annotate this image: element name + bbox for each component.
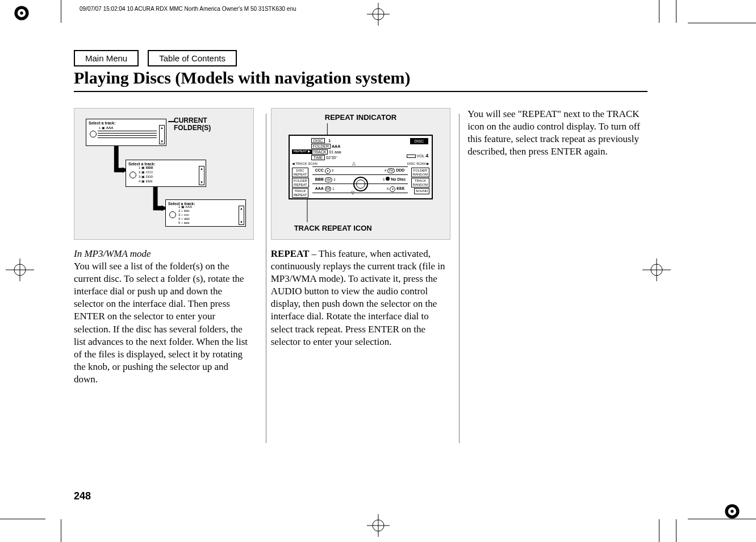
table-of-contents-button[interactable]: Table of Contents bbox=[148, 50, 237, 66]
disc-icon bbox=[90, 131, 97, 137]
crop-mark bbox=[688, 23, 756, 23]
figure2-bottom-label: TRACK REPEAT ICON bbox=[294, 224, 372, 234]
svg-point-5 bbox=[730, 510, 733, 512]
column-1: CURRENT FOLDER(S) Select a track: 1 ▣ AA… bbox=[74, 108, 254, 386]
crop-mark bbox=[676, 0, 676, 23]
disc-icon bbox=[130, 172, 136, 178]
row1-right: DDD bbox=[396, 168, 404, 172]
scrollbar-icon: ▲ ▼ bbox=[239, 206, 244, 225]
col3-body: You will see "REPEAT" next to the TRACK … bbox=[467, 108, 648, 158]
figure-caption: CURRENT FOLDER(S) bbox=[174, 117, 211, 132]
crop-mark bbox=[688, 519, 756, 519]
track-scan-right: DISC SCAN ▶ bbox=[407, 162, 429, 166]
scrollbar-icon: ▲ ▼ bbox=[159, 125, 165, 144]
track-val: 01 aaa bbox=[329, 150, 341, 154]
repeat-dash: – bbox=[309, 248, 319, 259]
row3-left: AAA bbox=[315, 186, 324, 190]
col2-body: REPEAT – This feature, when activated, c… bbox=[271, 248, 451, 348]
n3: 3 bbox=[332, 169, 333, 172]
folder-box-2: Select a track: 1 ▣ BBB 2 ▣ CCC 3 ▣ DDD … bbox=[126, 160, 206, 187]
folder-repeat-button: FOLDER REPEAT bbox=[292, 178, 309, 187]
col1-body: You will see a list of the folder(s) on … bbox=[74, 260, 254, 386]
main-menu-button[interactable]: Main Menu bbox=[74, 50, 139, 66]
folder-box-1: Select a track: 1 ▣ AAA ▲ ▼ bbox=[86, 119, 166, 146]
row1-left: CCC bbox=[315, 168, 324, 172]
folder-label: FOLDER bbox=[311, 144, 331, 149]
n6: 6 bbox=[387, 187, 389, 190]
nav-button-row: Main Menu Table of Contents bbox=[74, 50, 237, 66]
time-val: 02'35" bbox=[326, 156, 337, 160]
audio-screen: DISC 1 FOLDER AAA REPEAT ▶ TRACK 01 aaa … bbox=[289, 135, 433, 199]
page-title: Playing Discs (Models with navigation sy… bbox=[74, 68, 411, 87]
svg-point-2 bbox=[20, 11, 23, 14]
toc-label: Table of Contents bbox=[159, 53, 225, 63]
page-number: 248 bbox=[74, 490, 91, 502]
row2-left: BBB bbox=[315, 177, 324, 181]
n1: 1 bbox=[332, 187, 334, 190]
track-label: TRACK bbox=[311, 149, 328, 155]
col2-text: This feature, when activated, continuous… bbox=[271, 248, 445, 347]
row2-right: No Disc bbox=[391, 177, 406, 181]
column-2: REPEAT INDICATOR DISC 1 FOLDER AA bbox=[271, 108, 451, 386]
vol-num: 4 bbox=[425, 153, 428, 159]
disc-badge: DISC bbox=[410, 138, 429, 144]
track-random-button: TRACK RANDOM bbox=[411, 178, 430, 187]
n4: 4 bbox=[385, 169, 386, 172]
crop-mark bbox=[659, 519, 659, 542]
folder-box-3: Select a track: 1 ▣ AAA 2 ♪ bbb 3 ♪ ccc … bbox=[165, 199, 246, 227]
down-triangle-icon: ▽ bbox=[351, 190, 354, 196]
select-track-label: Select a track: bbox=[89, 120, 115, 126]
crop-mark bbox=[61, 519, 61, 542]
column-3: You will see "REPEAT" next to the TRACK … bbox=[467, 108, 648, 386]
dial-icon bbox=[353, 177, 368, 191]
crop-mark bbox=[676, 519, 676, 542]
disc-num: 1 bbox=[328, 139, 331, 143]
time-label: TIME bbox=[311, 155, 325, 160]
disc-icon bbox=[169, 211, 176, 218]
mp3-wma-subhead: In MP3/WMA mode bbox=[74, 248, 254, 260]
crop-mark bbox=[61, 0, 61, 23]
folder-val: AAA bbox=[332, 144, 340, 148]
track-scan-left: ◀ TRACK SCAN bbox=[292, 162, 318, 166]
sound-button: SOUND bbox=[414, 188, 430, 194]
content-columns: CURRENT FOLDER(S) Select a track: 1 ▣ AA… bbox=[74, 108, 648, 386]
target-icon bbox=[367, 514, 390, 539]
target-icon bbox=[367, 3, 390, 28]
row3-right: EEE bbox=[396, 186, 404, 190]
repeat-tag: REPEAT ▶ bbox=[292, 149, 312, 154]
track-repeat-button: TRACK REPEAT bbox=[292, 188, 309, 198]
repeat-lead: REPEAT bbox=[271, 248, 310, 259]
up-triangle-icon: △ bbox=[352, 161, 356, 166]
n5: 5 bbox=[383, 178, 385, 181]
disc-repeat-button: DISC REPEAT bbox=[292, 168, 309, 177]
vol-label: VOL bbox=[417, 154, 425, 158]
repeat-indicator-figure: REPEAT INDICATOR DISC 1 FOLDER AA bbox=[271, 108, 451, 240]
folder-random-button: FOLDER RANDOM bbox=[411, 168, 430, 177]
title-rule bbox=[74, 91, 648, 92]
main-menu-label: Main Menu bbox=[85, 53, 127, 63]
scrollbar-icon: ▲ ▼ bbox=[199, 166, 204, 185]
build-header: 09/07/07 15:02:04 10 ACURA RDX MMC North… bbox=[80, 6, 296, 12]
folder-select-figure: CURRENT FOLDER(S) Select a track: 1 ▣ AA… bbox=[74, 108, 254, 240]
registration-mark-icon bbox=[11, 3, 32, 23]
n2: 2 bbox=[333, 178, 335, 181]
target-icon bbox=[6, 259, 34, 283]
crop-mark bbox=[659, 0, 659, 23]
crop-mark bbox=[0, 519, 45, 519]
disc-label: DISC bbox=[311, 138, 325, 143]
